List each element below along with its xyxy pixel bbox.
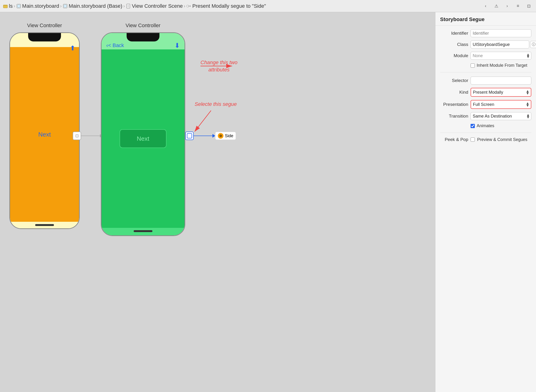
selector-label: Selector [440,78,468,83]
breadcrumb: ls › Main.storyboard › Main.storyboard (… [3,3,480,9]
inherit-row: Inherit Module From Target [440,63,531,68]
annotation-change-attributes: Change this twoattributes [201,59,238,74]
inherit-checkbox[interactable] [471,63,475,68]
breadcrumb-item-main-base[interactable]: Main.storyboard (Base) [62,3,122,9]
animates-label: Animates [477,123,494,128]
storyboard-icon [16,4,21,9]
share-icon[interactable]: ⬆ [70,44,75,52]
identifier-input[interactable] [471,29,531,37]
segue-dest-label: Side [225,134,233,138]
preview-commit-label: Preview & Commit Segues [477,137,527,142]
phone1-label: View Controller [23,22,67,29]
transition-select-wrap: Same As Destination ▲▼ [471,112,531,120]
transition-select[interactable]: Same As Destination [471,112,531,120]
segue-dest-icon: ⚙ [218,133,223,139]
svg-rect-6 [127,5,129,8]
identifier-row: Identifier [440,29,531,37]
presentation-row: Presentation Full Screen ▲▼ [440,100,531,109]
phone-container-2: View Controller ‹ < Back ⬇ Next [101,22,185,236]
svg-line-12 [195,111,211,132]
segue-source-node[interactable] [185,132,194,140]
class-input-wrap: ⓘ › [471,41,536,48]
main-layout: View Controller Next ⬆ ⊡ View Control [0,12,536,392]
back-nav-button[interactable]: ‹ [481,2,490,10]
chevron-left-icon: ‹ [106,42,108,49]
kind-select-wrap: Present Modally ▲▼ [471,88,531,97]
warning-button[interactable]: ⚠ [492,2,501,10]
breadcrumb-item-scene[interactable]: View Controller Scene [126,3,183,9]
top-bar-actions: ‹ ⚠ › ≡ ⊡ [481,2,533,10]
fullscreen-button[interactable]: ⊡ [524,2,533,10]
canvas-area[interactable]: View Controller Next ⬆ ⊡ View Control [0,12,435,392]
breadcrumb-sep-4: › [184,3,186,9]
phone1-screen: Next [10,33,79,228]
peek-row: Peek & Pop Preview & Commit Segues [440,137,531,142]
next-button-green[interactable]: Next [120,129,167,148]
class-label: Class [440,42,468,47]
segue-dest-node[interactable]: ⚙ Side [215,132,236,140]
right-panel: Storyboard Segue Identifier Class ⓘ › Mo… [435,12,536,392]
module-select-wrap: None ▲▼ [471,52,531,60]
class-input[interactable] [471,41,529,48]
scene-icon [126,4,131,9]
connector-line [81,135,100,136]
phone2-screen: ‹ < Back ⬇ Next [101,33,185,235]
selector-row: Selector [440,77,531,84]
download-icon[interactable]: ⬇ [174,42,180,49]
svg-rect-7 [187,5,188,7]
top-bar: ls › Main.storyboard › Main.storyboard (… [0,0,536,12]
peek-checkbox[interactable] [471,137,475,142]
peek-label: Peek & Pop [440,137,468,142]
phone1-next-label: Next [38,131,51,138]
module-select[interactable]: None [471,52,531,60]
svg-rect-2 [18,5,20,7]
svg-marker-9 [190,5,191,7]
segue-arrow-line [194,135,212,136]
panel-title: Storyboard Segue [436,12,536,26]
forward-nav-button[interactable]: › [503,2,512,10]
presentation-select[interactable]: Full Screen [471,100,531,108]
inherit-label: Inherit Module From Target [477,63,527,68]
transition-row: Transition Same As Destination ▲▼ [440,112,531,120]
animates-row: Animates [440,123,531,128]
list-view-button[interactable]: ≡ [513,2,522,10]
segue-icon [186,4,191,9]
phone1-home-indicator [35,224,54,226]
storyboard-base-icon [62,4,68,9]
breadcrumb-item-ls[interactable]: ls [3,3,13,9]
identifier-label: Identifier [440,31,468,36]
back-button[interactable]: ‹ < Back [106,42,124,49]
selector-input[interactable] [471,77,531,84]
class-info-button[interactable]: ⓘ [530,41,536,48]
divider-2 [440,133,531,133]
module-row: Module None ▲▼ [440,52,531,60]
kind-row: Kind Present Modally ▲▼ [440,88,531,97]
breadcrumb-item-main-storyboard[interactable]: Main.storyboard [16,3,59,9]
svg-rect-4 [64,5,66,7]
segue-source-inner [187,133,192,138]
phone2-label: View Controller [121,22,165,29]
phone-connector: ⊡ [73,132,102,140]
phone-frame-1[interactable]: Next ⬆ [9,32,80,229]
segue-arrow-head [212,134,215,138]
phone2-home-indicator [134,230,152,232]
breadcrumb-item-segue[interactable]: Present Modally segue to "Side" [186,3,266,9]
animates-checkbox[interactable] [471,124,475,128]
divider-1 [440,72,531,72]
breadcrumb-sep-1: › [14,3,15,9]
module-label: Module [440,53,468,58]
presentation-select-wrap: Full Screen ▲▼ [471,100,531,109]
breadcrumb-sep-2: › [60,3,62,9]
transition-label: Transition [440,114,468,119]
panel-content: Identifier Class ⓘ › Module None [436,26,536,146]
segue-connector: ⚙ Side [185,132,236,140]
connector-box: ⊡ [73,132,81,140]
phone-frame-2[interactable]: ‹ < Back ⬇ Next [101,32,185,236]
presentation-label: Presentation [440,102,468,107]
phone2-notch [127,33,159,42]
breadcrumb-sep-3: › [123,3,125,9]
class-row: Class ⓘ › [440,41,531,48]
phone1-content: Next [10,47,79,222]
folder-icon [3,4,8,9]
kind-select[interactable]: Present Modally [471,88,531,96]
